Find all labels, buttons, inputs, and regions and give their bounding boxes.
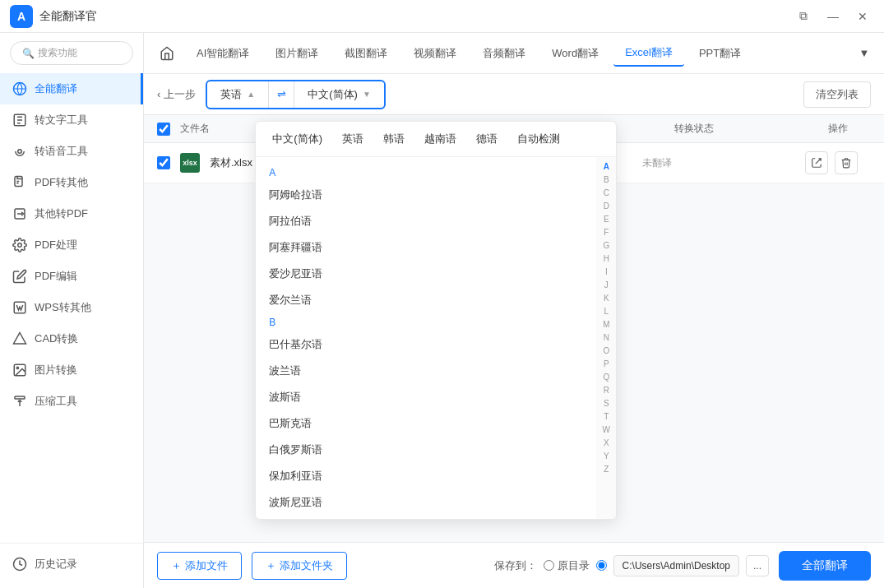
sidebar-item-all-translate[interactable]: 全能翻译 — [0, 73, 143, 104]
section-title-b: B — [256, 313, 596, 331]
alpha-f[interactable]: F — [604, 226, 609, 239]
alpha-w[interactable]: W — [603, 424, 610, 437]
lang-item-bosnian[interactable]: 波斯尼亚语 — [256, 489, 596, 516]
alpha-index: A B C D E F G H I J K L M — [596, 157, 616, 519]
radio-original-dir[interactable]: 原目录 — [544, 558, 590, 573]
browse-button[interactable]: ... — [746, 555, 769, 576]
tab-audio-translate[interactable]: 音频翻译 — [471, 41, 537, 66]
translate-all-button[interactable]: 全部翻译 — [779, 551, 871, 581]
lang-item-bashkir[interactable]: 巴什基尔语 — [256, 331, 596, 358]
minimize-button[interactable]: — — [822, 5, 845, 28]
sidebar-item-pdf-process[interactable]: PDF处理 — [0, 229, 143, 261]
sidebar-item-wps-to-other[interactable]: WPS转其他 — [0, 292, 143, 323]
tab-ai-translate[interactable]: AI智能翻译 — [185, 41, 261, 66]
alpha-l[interactable]: L — [604, 305, 609, 318]
quick-lang-korean[interactable]: 韩语 — [380, 130, 408, 148]
tab-excel-translate[interactable]: Excel翻译 — [613, 40, 684, 67]
quick-lang-english[interactable]: 英语 — [339, 130, 367, 148]
alpha-n[interactable]: N — [604, 331, 609, 345]
lang-item-bulgarian[interactable]: 保加利亚语 — [256, 463, 596, 489]
back-button[interactable]: ‹ 上一步 — [157, 87, 196, 102]
alpha-i[interactable]: I — [605, 266, 608, 279]
alpha-t[interactable]: T — [604, 410, 609, 424]
radio-custom-input[interactable] — [596, 560, 607, 571]
lang-from-button[interactable]: 英语 ▲ — [207, 82, 268, 107]
sidebar-item-audio-tool-label: 转语音工具 — [35, 144, 88, 159]
lang-item-polish[interactable]: 波兰语 — [256, 358, 596, 384]
export-button[interactable] — [805, 151, 828, 174]
radio-original-label: 原目录 — [558, 558, 590, 573]
delete-button[interactable] — [835, 151, 858, 174]
alpha-j[interactable]: J — [604, 279, 609, 292]
lang-from-arrow: ▲ — [247, 90, 255, 99]
lang-item-arabic[interactable]: 阿拉伯语 — [256, 208, 596, 234]
swap-icon: ⇌ — [277, 88, 286, 100]
sidebar: 🔍 搜索功能 全能翻译 转文字工具 转语音工具 PDF转其他 — [0, 33, 144, 588]
sidebar-item-pdf-edit[interactable]: PDF编辑 — [0, 261, 143, 292]
quick-lang-auto[interactable]: 自动检测 — [514, 130, 563, 148]
alpha-a[interactable]: A — [604, 160, 609, 174]
radio-original-input[interactable] — [544, 560, 554, 571]
lang-item-estonian[interactable]: 爱沙尼亚语 — [256, 261, 596, 287]
tab-image-translate[interactable]: 图片翻译 — [264, 41, 330, 66]
sidebar-item-cad-convert[interactable]: CAD转换 — [0, 323, 143, 354]
alpha-p[interactable]: P — [604, 358, 609, 371]
sidebar-item-history[interactable]: 历史记录 — [0, 549, 143, 580]
sidebar-item-audio-tool[interactable]: 转语音工具 — [0, 136, 143, 167]
alpha-h[interactable]: H — [604, 252, 609, 266]
alpha-q[interactable]: Q — [603, 371, 609, 384]
lang-swap-button[interactable]: ⇌ — [268, 81, 294, 108]
add-folder-button[interactable]: ＋ 添加文件夹 — [252, 552, 347, 580]
lang-to-button[interactable]: 中文(简体) ▼ — [294, 82, 384, 107]
sidebar-item-compress-label: 压缩工具 — [35, 394, 77, 409]
text-tool-icon — [12, 112, 28, 128]
alpha-z[interactable]: Z — [604, 463, 609, 476]
sidebar-item-other-to-pdf[interactable]: 其他转PDF — [0, 198, 143, 229]
sidebar-item-text-tool[interactable]: 转文字工具 — [0, 104, 143, 136]
lang-item-belarusian[interactable]: 白俄罗斯语 — [256, 437, 596, 463]
alpha-g[interactable]: G — [603, 239, 609, 252]
quick-lang-german[interactable]: 德语 — [473, 130, 501, 148]
alpha-r[interactable]: R — [604, 384, 609, 397]
app-logo: A — [10, 5, 33, 28]
alpha-o[interactable]: O — [603, 345, 609, 358]
tab-ppt-translate[interactable]: PPT翻译 — [687, 41, 752, 66]
sidebar-item-pdf-to-other[interactable]: PDF转其他 — [0, 167, 143, 198]
tab-screenshot-translate[interactable]: 截图翻译 — [333, 41, 399, 66]
search-box[interactable]: 🔍 搜索功能 — [10, 41, 133, 65]
tab-word-translate[interactable]: Word翻译 — [540, 41, 610, 66]
alpha-x[interactable]: X — [604, 437, 609, 450]
quick-lang-vietnamese[interactable]: 越南语 — [421, 130, 460, 148]
nav-home-button[interactable] — [152, 39, 182, 68]
close-button[interactable]: ✕ — [851, 5, 874, 28]
lang-item-basque[interactable]: 巴斯克语 — [256, 410, 596, 437]
alpha-y[interactable]: Y — [604, 450, 609, 463]
alpha-d[interactable]: D — [604, 200, 609, 213]
quick-lang-chinese[interactable]: 中文(简体) — [269, 130, 326, 148]
lang-item-amharic[interactable]: 阿姆哈拉语 — [256, 182, 596, 208]
alpha-e[interactable]: E — [604, 213, 609, 226]
add-file-button[interactable]: ＋ 添加文件 — [157, 552, 242, 580]
alpha-k[interactable]: K — [604, 292, 609, 305]
dropdown-scroll-area: A 阿姆哈拉语 阿拉伯语 阿塞拜疆语 爱沙尼亚语 爱尔兰语 B 巴什基尔语 波兰… — [256, 157, 616, 519]
clear-list-button[interactable]: 清空列表 — [803, 81, 871, 108]
alpha-s[interactable]: S — [604, 397, 609, 410]
sidebar-item-compress-tool[interactable]: 压缩工具 — [0, 386, 143, 417]
alpha-c[interactable]: C — [604, 187, 609, 200]
lang-item-persian[interactable]: 波斯语 — [256, 384, 596, 410]
restore-button[interactable]: ⧉ — [792, 5, 815, 28]
lang-item-icelandic[interactable]: 冰岛语 — [256, 516, 596, 519]
alpha-m[interactable]: M — [603, 318, 609, 331]
sidebar-item-image-convert[interactable]: 图片转换 — [0, 354, 143, 386]
sidebar-item-all-translate-label: 全能翻译 — [35, 81, 77, 96]
file-row-checkbox[interactable] — [157, 156, 170, 169]
lang-item-irish[interactable]: 爱尔兰语 — [256, 287, 596, 313]
select-all-checkbox[interactable] — [157, 123, 170, 136]
svg-rect-10 — [15, 396, 25, 399]
radio-custom-dir[interactable] — [596, 560, 607, 571]
alpha-b[interactable]: B — [604, 174, 609, 187]
tab-video-translate[interactable]: 视频翻译 — [402, 41, 468, 66]
cad-icon — [12, 331, 28, 347]
lang-item-azerbaijani[interactable]: 阿塞拜疆语 — [256, 234, 596, 261]
nav-more-button[interactable]: ▼ — [853, 42, 876, 65]
